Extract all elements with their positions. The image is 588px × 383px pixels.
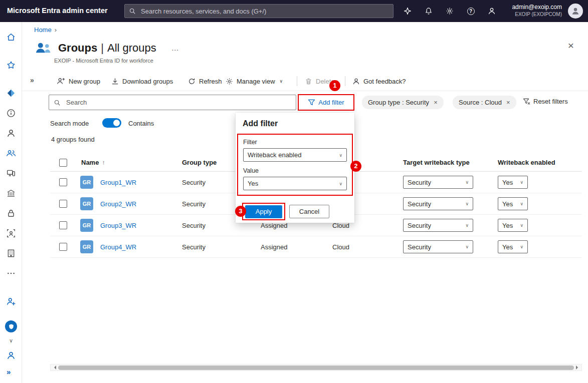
commandbar-expand-button[interactable]: »	[30, 76, 34, 84]
group-avatar: GR	[80, 197, 93, 210]
chevron-down-icon: ∨	[465, 223, 469, 228]
horizontal-scrollbar[interactable]	[50, 364, 582, 371]
account-email: admin@exoip.com	[512, 4, 562, 11]
sidebar-item-user-add[interactable]	[6, 296, 16, 306]
refresh-button[interactable]: Refresh	[188, 75, 222, 87]
row-checkbox[interactable]	[59, 200, 67, 208]
chevron-down-icon[interactable]: ∨	[9, 337, 13, 344]
global-search[interactable]	[124, 4, 394, 18]
writeback-enabled-select[interactable]: Yes∨	[498, 219, 528, 232]
groups-count: 4 groups found	[51, 136, 95, 143]
sidebar-expand-button[interactable]: »	[7, 367, 11, 376]
sort-asc-icon: ↑	[102, 159, 105, 166]
sidebar-item-user-settings[interactable]	[6, 350, 16, 360]
target-writeback-type-select[interactable]: Security∨	[403, 219, 473, 232]
sidebar-item-home[interactable]	[6, 32, 16, 42]
chevron-down-icon: ∨	[339, 153, 342, 158]
copilot-icon[interactable]	[403, 7, 412, 16]
close-icon[interactable]: ×	[568, 40, 574, 51]
scroll-right-icon[interactable]	[576, 365, 580, 369]
sidebar-item-id-protection[interactable]	[5, 320, 17, 332]
writeback-enabled-select[interactable]: Yes∨	[498, 240, 528, 253]
scrollbar-thumb[interactable]	[58, 365, 574, 370]
feedback-button[interactable]: Got feedback?	[352, 75, 406, 87]
sidebar-item-external-identities[interactable]	[6, 248, 16, 258]
annotation-step-2: 2	[350, 161, 361, 172]
writeback-enabled-select[interactable]: Yes∨	[498, 176, 528, 189]
group-name-link[interactable]: Group4_WR	[100, 243, 136, 251]
cancel-button[interactable]: Cancel	[289, 205, 329, 218]
writeback-enabled-select[interactable]: Yes∨	[498, 197, 528, 210]
chevron-down-icon: ∨	[280, 79, 283, 84]
notifications-icon[interactable]	[424, 7, 433, 16]
chip-close-icon[interactable]: ×	[506, 99, 510, 106]
group-name-link[interactable]: Group3_WR	[100, 222, 136, 229]
main-content: Home› × Groups|All groups … EXOIP - Micr…	[22, 22, 588, 383]
download-groups-button[interactable]: Download groups	[111, 75, 173, 87]
target-writeback-type-select[interactable]: Security∨	[403, 240, 473, 253]
person-add-icon	[57, 77, 65, 85]
groups-search-input[interactable]	[65, 98, 296, 107]
breadcrumb-home-link[interactable]: Home	[34, 26, 52, 34]
target-writeback-type-select[interactable]: Security∨	[403, 197, 473, 210]
column-header-name[interactable]: Name↑	[81, 154, 105, 172]
scroll-left-icon[interactable]	[52, 365, 56, 369]
column-header-target-writeback-type[interactable]: Target writeback type	[403, 154, 470, 172]
sidebar-item-groups[interactable]	[6, 148, 16, 158]
column-header-group-type[interactable]: Group type	[182, 154, 217, 172]
toolbar-divider	[345, 76, 345, 86]
add-filter-button[interactable]: Add filter	[308, 99, 344, 106]
groups-search[interactable]	[49, 95, 296, 110]
feedback-person-icon	[352, 78, 360, 85]
avatar[interactable]	[568, 4, 583, 19]
chevron-down-icon: ∨	[465, 201, 469, 206]
group-type-cell: Security	[182, 222, 206, 229]
sidebar-item-devices[interactable]	[6, 168, 16, 178]
sidebar-item-overview[interactable]	[6, 108, 16, 118]
reset-filters-button[interactable]: Reset filters	[523, 98, 568, 105]
apply-button[interactable]: Apply	[245, 205, 282, 218]
row-checkbox[interactable]	[59, 221, 67, 229]
filter-chip-group-type[interactable]: Group type : Security ×	[362, 96, 444, 109]
source-cell: Cloud	[332, 222, 349, 229]
filter-chip-source[interactable]: Source : Cloud ×	[453, 96, 516, 109]
new-group-button[interactable]: New group	[57, 75, 100, 87]
annotation-step-1: 1	[329, 80, 340, 91]
account-info[interactable]: admin@exoip.com EXOIP (EXOIPCOM)	[512, 4, 562, 18]
sidebar-item-roles-admins[interactable]	[6, 188, 16, 198]
search-mode-label: Search mode	[50, 120, 89, 127]
sidebar-item-identity-governance[interactable]	[6, 228, 16, 238]
sidebar-item-entra-id[interactable]	[6, 88, 16, 98]
value-field-select[interactable]: Yes ∨	[243, 177, 347, 190]
manage-view-button[interactable]: Manage view ∨	[226, 75, 283, 87]
group-avatar: GR	[80, 176, 93, 189]
chip-close-icon[interactable]: ×	[434, 99, 438, 106]
sidebar-item-favorites[interactable]	[6, 60, 16, 70]
search-icon	[129, 8, 136, 15]
page-title: Groups|All groups	[58, 42, 156, 55]
sidebar-item-security[interactable]	[6, 208, 16, 218]
groups-icon	[34, 41, 52, 55]
global-search-input[interactable]	[140, 7, 393, 16]
filter-field-select[interactable]: Writeback enabled ∨	[243, 148, 347, 162]
target-writeback-type-select[interactable]: Security∨	[403, 176, 473, 189]
filter-field-label: Filter	[243, 139, 347, 146]
group-name-link[interactable]: Group2_WR	[100, 200, 136, 208]
group-type-cell: Security	[182, 200, 206, 208]
row-checkbox[interactable]	[59, 178, 67, 186]
refresh-icon	[188, 78, 195, 85]
title-overflow-menu[interactable]: …	[171, 44, 179, 52]
group-name-link[interactable]: Group1_WR	[100, 179, 136, 186]
apply-annotation-box: Apply	[242, 203, 285, 220]
column-header-writeback-enabled[interactable]: Writeback enabled	[498, 154, 555, 172]
top-bar: Microsoft Entra admin center ? admin@exo…	[0, 0, 588, 22]
search-mode-toggle[interactable]	[102, 118, 121, 128]
settings-icon[interactable]	[445, 7, 454, 16]
help-icon[interactable]: ?	[466, 7, 475, 16]
sidebar-item-more[interactable]	[6, 268, 16, 278]
select-all-checkbox[interactable]	[59, 159, 67, 167]
feedback-icon[interactable]	[487, 7, 496, 16]
sidebar-item-users[interactable]	[6, 128, 16, 138]
row-checkbox[interactable]	[59, 243, 67, 251]
dialog-annotation-box: Filter Writeback enabled ∨ Value Yes ∨	[237, 134, 353, 196]
